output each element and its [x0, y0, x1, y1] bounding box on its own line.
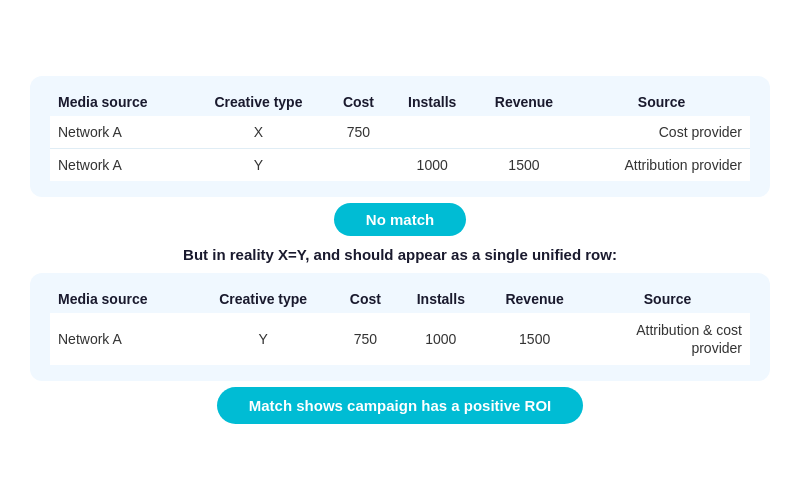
bottom-header-revenue: Revenue [484, 281, 585, 313]
bottom-table-card: Media source Creative type Cost Installs… [30, 273, 770, 381]
table-row: Network A X 750 Cost provider [50, 116, 750, 149]
bottom-table: Media source Creative type Cost Installs… [50, 281, 750, 365]
top-row2-cost [327, 148, 389, 181]
top-header-creative-type: Creative type [190, 84, 328, 116]
top-header-revenue: Revenue [475, 84, 573, 116]
main-container: Media source Creative type Cost Installs… [10, 66, 790, 434]
match-badge: Match shows campaign has a positive ROI [217, 387, 584, 424]
top-row1-media-source: Network A [50, 116, 190, 149]
match-badge-row: Match shows campaign has a positive ROI [30, 387, 770, 424]
top-row2-revenue: 1500 [475, 148, 573, 181]
top-row1-source: Cost provider [573, 116, 750, 149]
top-row1-creative-type: X [190, 116, 328, 149]
top-row2-installs: 1000 [390, 148, 475, 181]
bottom-header-media-source: Media source [50, 281, 193, 313]
bottom-header-cost: Cost [334, 281, 398, 313]
bottom-row1-media-source: Network A [50, 313, 193, 365]
top-row1-installs [390, 116, 475, 149]
top-header-source: Source [573, 84, 750, 116]
table-row: Network A Y 1000 1500 Attribution provid… [50, 148, 750, 181]
top-header-installs: Installs [390, 84, 475, 116]
bottom-header-source: Source [585, 281, 750, 313]
top-table-card: Media source Creative type Cost Installs… [30, 76, 770, 197]
no-match-badge-row: No match [30, 203, 770, 236]
top-row1-cost: 750 [327, 116, 389, 149]
bottom-row1-cost: 750 [334, 313, 398, 365]
bottom-header-installs: Installs [397, 281, 484, 313]
top-table: Media source Creative type Cost Installs… [50, 84, 750, 181]
bottom-row1-creative-type: Y [193, 313, 334, 365]
top-row2-media-source: Network A [50, 148, 190, 181]
top-header-cost: Cost [327, 84, 389, 116]
top-row1-revenue [475, 116, 573, 149]
bottom-row1-revenue: 1500 [484, 313, 585, 365]
top-row2-creative-type: Y [190, 148, 328, 181]
no-match-badge: No match [334, 203, 466, 236]
top-row2-source: Attribution provider [573, 148, 750, 181]
table-row: Network A Y 750 1000 1500 Attribution & … [50, 313, 750, 365]
top-header-media-source: Media source [50, 84, 190, 116]
bottom-row1-source: Attribution & cost provider [585, 313, 750, 365]
bottom-row1-installs: 1000 [397, 313, 484, 365]
bottom-header-creative-type: Creative type [193, 281, 334, 313]
middle-text: But in reality X=Y, and should appear as… [30, 246, 770, 263]
